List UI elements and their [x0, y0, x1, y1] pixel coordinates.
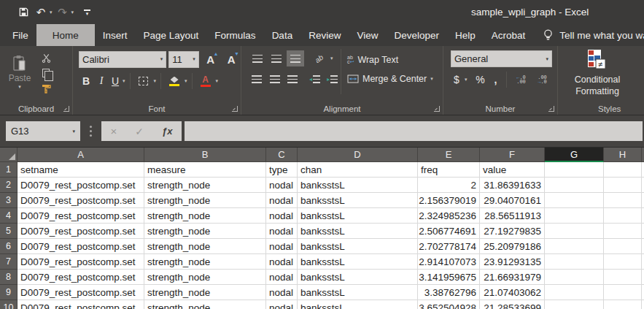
- alignment-dialog-launcher[interactable]: [434, 106, 440, 112]
- cell-measure[interactable]: strength_node: [144, 285, 266, 300]
- tab-developer[interactable]: Developer: [386, 24, 447, 46]
- cell[interactable]: [604, 300, 642, 309]
- cell-value[interactable]: 21.66931979: [480, 270, 545, 285]
- cell-freq[interactable]: 2.506774691: [418, 224, 480, 239]
- cell[interactable]: [545, 208, 604, 224]
- underline-button[interactable]: U: [109, 73, 121, 89]
- bottom-align-button[interactable]: [287, 50, 304, 66]
- cell-setname[interactable]: D0079_rest_postcomp.set: [18, 254, 144, 270]
- comma-style-button[interactable]: ,: [491, 72, 501, 88]
- number-dialog-launcher[interactable]: [548, 106, 554, 112]
- cell-type[interactable]: nodal: [266, 178, 298, 193]
- cell-freq[interactable]: 3.141959675: [418, 270, 480, 285]
- cell-type[interactable]: nodal: [266, 270, 298, 285]
- cell-measure[interactable]: strength_node: [144, 300, 266, 309]
- increase-font-size-button[interactable]: A ▲: [201, 50, 220, 68]
- cell-chan[interactable]: banksstsL: [298, 270, 418, 285]
- cell[interactable]: [604, 162, 642, 178]
- align-right-button[interactable]: [284, 71, 300, 87]
- row-header[interactable]: 10: [0, 300, 18, 309]
- cell-measure[interactable]: strength_node: [144, 270, 266, 285]
- cell-setname[interactable]: D0079_rest_postcomp.set: [18, 193, 144, 208]
- cell-chan[interactable]: banksstsL: [298, 300, 418, 309]
- cell-setname[interactable]: D0079_rest_postcomp.set: [18, 208, 144, 224]
- row-header[interactable]: 7: [0, 254, 18, 270]
- accounting-dropdown-icon[interactable]: ▾: [465, 77, 468, 83]
- cell-freq[interactable]: 2.156379019: [418, 193, 480, 208]
- cell-chan[interactable]: banksstsL: [298, 285, 418, 300]
- cell-freq[interactable]: 3.652504928: [418, 300, 480, 309]
- cell-value[interactable]: 28.56511913: [480, 208, 545, 224]
- decrease-font-size-button[interactable]: A ▼: [222, 50, 241, 68]
- row-header[interactable]: 9: [0, 285, 18, 300]
- cell-type[interactable]: nodal: [266, 224, 298, 239]
- row-header[interactable]: 3: [0, 193, 18, 208]
- cell[interactable]: [545, 285, 604, 300]
- percent-style-button[interactable]: %: [473, 72, 489, 88]
- column-header-b[interactable]: B: [144, 148, 266, 162]
- wrap-text-button[interactable]: abc↩ Wrap Text: [347, 50, 398, 69]
- tab-review[interactable]: Review: [300, 24, 349, 46]
- font-dialog-launcher[interactable]: [232, 106, 238, 112]
- cell-value[interactable]: 29.04070161: [480, 193, 545, 208]
- tab-page-layout[interactable]: Page Layout: [136, 24, 207, 46]
- tab-view[interactable]: View: [349, 24, 386, 46]
- cell-setname[interactable]: D0079_rest_postcomp.set: [18, 300, 144, 309]
- cell-value[interactable]: 27.19279835: [480, 224, 545, 239]
- column-header-c[interactable]: C: [266, 148, 298, 162]
- cell-freq[interactable]: 2.914107073: [418, 254, 480, 270]
- font-size-select[interactable]: 11 ▾: [168, 51, 199, 68]
- row-header[interactable]: 1: [0, 162, 18, 178]
- cell-chan[interactable]: banksstsL: [298, 208, 418, 224]
- align-left-button[interactable]: [249, 71, 265, 87]
- cell-chan-header[interactable]: chan: [298, 162, 418, 178]
- cell[interactable]: [604, 254, 642, 270]
- align-center-button[interactable]: [266, 71, 282, 87]
- enter-icon[interactable]: ✓: [135, 126, 144, 137]
- redo-dropdown-icon[interactable]: ▾: [71, 9, 74, 15]
- cell-type[interactable]: nodal: [266, 300, 298, 309]
- tab-acrobat[interactable]: Acrobat: [484, 24, 534, 46]
- cell[interactable]: [604, 270, 642, 285]
- cell-chan[interactable]: banksstsL: [298, 254, 418, 270]
- cell-type[interactable]: nodal: [266, 193, 298, 208]
- tab-data[interactable]: Data: [264, 24, 301, 46]
- cell-freq[interactable]: 2.702778174: [418, 239, 480, 254]
- fill-color-button[interactable]: [166, 73, 183, 89]
- cell-chan[interactable]: banksstsL: [298, 178, 418, 193]
- borders-dropdown-icon[interactable]: ▾: [154, 78, 157, 84]
- paste-button[interactable]: Paste ▾: [4, 50, 35, 95]
- cell[interactable]: [604, 285, 642, 300]
- undo-dropdown-icon[interactable]: ▾: [50, 9, 53, 15]
- accounting-format-button[interactable]: $: [451, 72, 462, 88]
- row-header[interactable]: 5: [0, 224, 18, 239]
- cell-setname[interactable]: D0079_rest_postcomp.set: [18, 285, 144, 300]
- save-button[interactable]: [16, 4, 31, 21]
- cell-value[interactable]: 21.28533699: [480, 300, 545, 309]
- cell[interactable]: [545, 270, 604, 285]
- tab-insert[interactable]: Insert: [95, 24, 136, 46]
- tab-home[interactable]: Home: [36, 24, 95, 46]
- conditional-formatting-button[interactable]: ≠ Conditional Formatting: [567, 50, 628, 97]
- cell-value[interactable]: 25.20979186: [480, 239, 545, 254]
- cell[interactable]: [604, 239, 642, 254]
- formula-bar-resize-handle[interactable]: [90, 130, 92, 132]
- column-header-f[interactable]: F: [480, 148, 545, 162]
- cell-freq-header[interactable]: freq: [418, 162, 480, 178]
- fill-color-dropdown-icon[interactable]: ▾: [185, 78, 187, 84]
- top-align-button[interactable]: [249, 50, 266, 66]
- column-header-e[interactable]: E: [418, 148, 480, 162]
- select-all-button[interactable]: [0, 148, 18, 162]
- cell-freq[interactable]: 2.324985236: [418, 208, 480, 224]
- font-name-select[interactable]: Calibri ▾: [79, 51, 166, 68]
- undo-button[interactable]: ↶: [34, 4, 48, 21]
- cell-freq[interactable]: 3.38762796: [418, 285, 480, 300]
- increase-decimal-button[interactable]: ←.0.00: [512, 72, 531, 88]
- cell-chan[interactable]: banksstsL: [298, 193, 418, 208]
- copy-button[interactable]: [38, 66, 54, 80]
- cell[interactable]: [604, 208, 642, 224]
- formula-input[interactable]: [185, 121, 643, 141]
- increase-indent-button[interactable]: ▸: [325, 71, 341, 87]
- bold-button[interactable]: B: [79, 73, 93, 89]
- tab-help[interactable]: Help: [447, 24, 484, 46]
